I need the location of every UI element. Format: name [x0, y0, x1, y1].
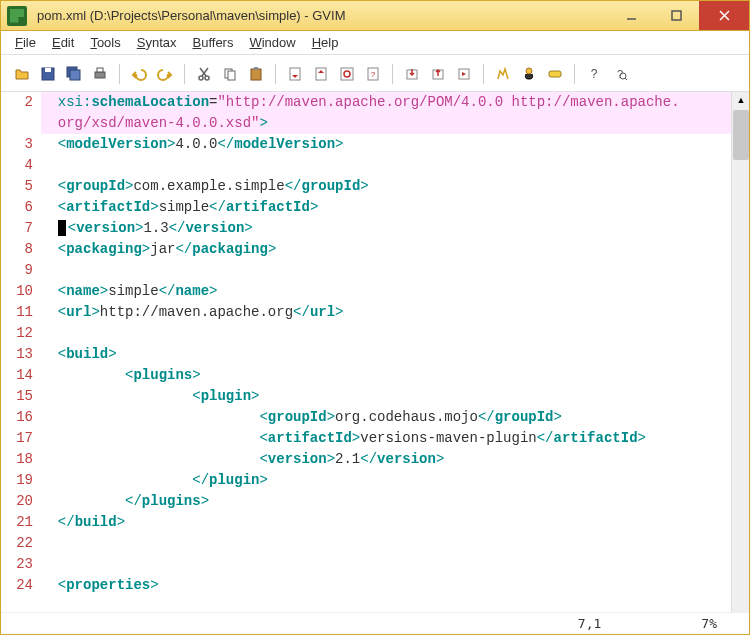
titlebar[interactable]: pom.xml (D:\Projects\Personal\maven\simp…: [1, 1, 749, 31]
line-number: 24: [1, 575, 33, 596]
minimize-button[interactable]: [609, 1, 654, 30]
replace-icon[interactable]: [336, 63, 358, 85]
line-number: 16: [1, 407, 33, 428]
app-icon: [7, 6, 27, 26]
toolbar-separator: [574, 64, 575, 84]
vertical-scrollbar[interactable]: ▴: [731, 92, 749, 612]
tags-icon[interactable]: [544, 63, 566, 85]
menu-file[interactable]: File: [9, 33, 42, 52]
shell-icon[interactable]: [518, 63, 540, 85]
load-session-icon[interactable]: [401, 63, 423, 85]
cut-icon[interactable]: [193, 63, 215, 85]
svg-rect-18: [341, 68, 353, 80]
code-line[interactable]: <groupId>com.example.simple</groupId>: [41, 176, 731, 197]
statusbar: 7,1 7%: [1, 612, 749, 634]
open-icon[interactable]: [11, 63, 33, 85]
help-icon[interactable]: ?: [583, 63, 605, 85]
menu-syntax[interactable]: Syntax: [131, 33, 183, 52]
svg-rect-16: [290, 68, 300, 80]
line-number: 22: [1, 533, 33, 554]
toolbar-separator: [483, 64, 484, 84]
save-session-icon[interactable]: [427, 63, 449, 85]
code-line[interactable]: <plugin>: [41, 386, 731, 407]
code-line[interactable]: <groupId>org.codehaus.mojo</groupId>: [41, 407, 731, 428]
svg-rect-26: [549, 71, 561, 77]
code-line[interactable]: <artifactId>versions-maven-plugin</artif…: [41, 428, 731, 449]
line-number: 5: [1, 176, 33, 197]
close-button[interactable]: [699, 1, 749, 30]
line-number: 10: [1, 281, 33, 302]
code-line[interactable]: <packaging>jar</packaging>: [41, 239, 731, 260]
line-number: 11: [1, 302, 33, 323]
undo-icon[interactable]: [128, 63, 150, 85]
svg-rect-1: [672, 11, 681, 20]
maximize-button[interactable]: [654, 1, 699, 30]
menu-tools[interactable]: Tools: [84, 33, 126, 52]
code-line[interactable]: <properties>: [41, 575, 731, 596]
code-line[interactable]: <version>2.1</version>: [41, 449, 731, 470]
window-controls: [609, 1, 749, 30]
code-line[interactable]: </build>: [41, 512, 731, 533]
code-line[interactable]: [41, 155, 731, 176]
code-line[interactable]: <version>1.3</version>: [41, 218, 731, 239]
svg-text:?: ?: [617, 68, 623, 80]
svg-point-10: [199, 76, 203, 80]
line-number: 19: [1, 470, 33, 491]
toolbar: ???: [1, 55, 749, 92]
editor[interactable]: 23456789101112131415161718192021222324 x…: [1, 92, 749, 612]
code-line[interactable]: <build>: [41, 344, 731, 365]
redo-icon[interactable]: [154, 63, 176, 85]
find-prev-icon[interactable]: [284, 63, 306, 85]
code-content[interactable]: xsi:schemaLocation="http://maven.apache.…: [41, 92, 731, 612]
code-line[interactable]: </plugins>: [41, 491, 731, 512]
svg-text:?: ?: [591, 67, 598, 81]
line-number: 20: [1, 491, 33, 512]
menu-edit[interactable]: Edit: [46, 33, 80, 52]
run-script-icon[interactable]: [453, 63, 475, 85]
line-number: 13: [1, 344, 33, 365]
find-next-icon[interactable]: [310, 63, 332, 85]
toolbar-separator: [119, 64, 120, 84]
code-line[interactable]: [41, 533, 731, 554]
menu-window[interactable]: Window: [243, 33, 301, 52]
toolbar-separator: [392, 64, 393, 84]
svg-text:?: ?: [371, 70, 376, 79]
make-icon[interactable]: [492, 63, 514, 85]
code-line[interactable]: [41, 260, 731, 281]
line-number: 14: [1, 365, 33, 386]
print-icon[interactable]: [89, 63, 111, 85]
menu-help[interactable]: Help: [306, 33, 345, 52]
code-line[interactable]: org/xsd/maven-4.0.0.xsd">: [41, 113, 731, 134]
scroll-percent: 7%: [701, 616, 717, 631]
line-number: 7: [1, 218, 33, 239]
line-number: 17: [1, 428, 33, 449]
scroll-up-icon[interactable]: ▴: [733, 92, 749, 108]
scroll-thumb[interactable]: [733, 110, 749, 160]
code-line[interactable]: [41, 323, 731, 344]
code-line[interactable]: <artifactId>simple</artifactId>: [41, 197, 731, 218]
code-line[interactable]: <modelVersion>4.0.0</modelVersion>: [41, 134, 731, 155]
line-number: 21: [1, 512, 33, 533]
code-line[interactable]: [41, 554, 731, 575]
code-line[interactable]: <url>http://maven.apache.org</url>: [41, 302, 731, 323]
cursor-position: 7,1: [578, 616, 601, 631]
svg-rect-7: [70, 70, 80, 80]
line-number: 15: [1, 386, 33, 407]
copy-icon[interactable]: [219, 63, 241, 85]
find-icon[interactable]: ?: [362, 63, 384, 85]
toolbar-separator: [184, 64, 185, 84]
code-line[interactable]: <name>simple</name>: [41, 281, 731, 302]
code-line[interactable]: </plugin>: [41, 470, 731, 491]
svg-point-11: [205, 76, 209, 80]
line-number-gutter: 23456789101112131415161718192021222324: [1, 92, 41, 612]
svg-rect-13: [228, 71, 235, 80]
paste-icon[interactable]: [245, 63, 267, 85]
save-all-icon[interactable]: [63, 63, 85, 85]
find-help-icon[interactable]: ?: [609, 63, 631, 85]
code-line[interactable]: xsi:schemaLocation="http://maven.apache.…: [41, 92, 731, 113]
menu-buffers[interactable]: Buffers: [186, 33, 239, 52]
line-number: [1, 113, 33, 134]
save-icon[interactable]: [37, 63, 59, 85]
line-number: 6: [1, 197, 33, 218]
code-line[interactable]: <plugins>: [41, 365, 731, 386]
